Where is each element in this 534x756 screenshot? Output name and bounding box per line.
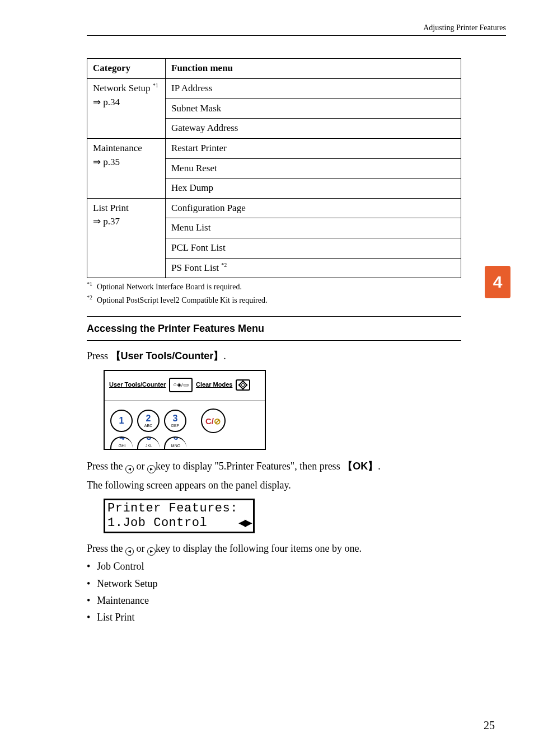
key-5: 5JKL xyxy=(137,436,160,449)
list-item: Job Control xyxy=(87,559,461,574)
features-table: Category Function menu Network Setup *1⇒… xyxy=(87,58,461,278)
panel-label-ut: User Tools/Counter xyxy=(109,381,166,389)
list-item: Network Setup xyxy=(87,576,461,591)
fn-ps: PS Font List *2 xyxy=(166,258,461,278)
lcd-arrows-icon: ◀▶ xyxy=(238,517,251,529)
fn-config-page: Configuration Page xyxy=(166,198,461,218)
list-item: Maintenance xyxy=(87,593,461,608)
key-2: 2ABC xyxy=(137,410,160,432)
th-function: Function menu xyxy=(166,59,461,79)
lcd-line1: Printer Features: xyxy=(107,501,251,516)
panel-ut-button: ○◈/▭ xyxy=(169,378,193,392)
control-panel-illustration: User Tools/Counter ○◈/▭ Clear Modes 1 2A… xyxy=(104,370,266,450)
running-header: Adjusting Printer Features xyxy=(87,22,506,36)
press-left-right-ok: Press the ◂ or ▸key to display "5.Printe… xyxy=(87,459,461,473)
right-arrow-icon: ▸ xyxy=(147,465,156,473)
right-arrow-icon: ▸ xyxy=(147,547,156,556)
th-category: Category xyxy=(87,59,166,79)
fn-hex: Hex Dump xyxy=(166,179,461,199)
items-list: Job Control Network Setup Maintenance Li… xyxy=(87,559,461,624)
lcd-line2: 1.Job Control◀▶ xyxy=(107,516,251,530)
press-user-tools: Press 【User Tools/Counter】. xyxy=(87,349,461,363)
fn-menu-reset: Menu Reset xyxy=(166,158,461,179)
key-1: 1 xyxy=(110,410,133,432)
fn-restart: Restart Printer xyxy=(166,138,461,158)
cat-network: Network Setup *1⇒ p.34 xyxy=(87,78,166,138)
lcd-display: Printer Features: 1.Job Control◀▶ xyxy=(104,499,255,534)
key-4: 4GHI xyxy=(110,436,133,449)
press-four-items: Press the ◂ or ▸key to display the follo… xyxy=(87,541,461,556)
key-clear-stop: C/⊘ xyxy=(201,408,226,433)
fn-ip: IP Address xyxy=(166,78,461,98)
cat-maintenance: Maintenance⇒ p.35 xyxy=(87,138,166,198)
cat-list-print: List Print⇒ p.37 xyxy=(87,198,166,278)
section-title: Accessing the Printer Features Menu xyxy=(87,316,461,341)
following-screen-text: The following screen appears on the pane… xyxy=(87,478,461,492)
fn-pcl: PCL Font List xyxy=(166,238,461,259)
fn-subnet: Subnet Mask xyxy=(166,98,461,119)
fn-gateway: Gateway Address xyxy=(166,119,461,139)
chapter-tab: 4 xyxy=(485,266,510,298)
panel-label-cm: Clear Modes xyxy=(196,381,232,389)
key-6: 6MNO xyxy=(164,436,186,449)
key-3: 3DEF xyxy=(164,410,186,432)
fn-menu-list: Menu List xyxy=(166,218,461,238)
left-arrow-icon: ◂ xyxy=(125,547,134,556)
panel-cm-button xyxy=(236,379,250,391)
list-item: List Print xyxy=(87,610,461,624)
footnote-1: *1Optional Network Interface Board is re… xyxy=(87,280,461,293)
footnote-2: *2Optional PostScript level2 Compatible … xyxy=(87,294,461,306)
left-arrow-icon: ◂ xyxy=(125,465,134,473)
